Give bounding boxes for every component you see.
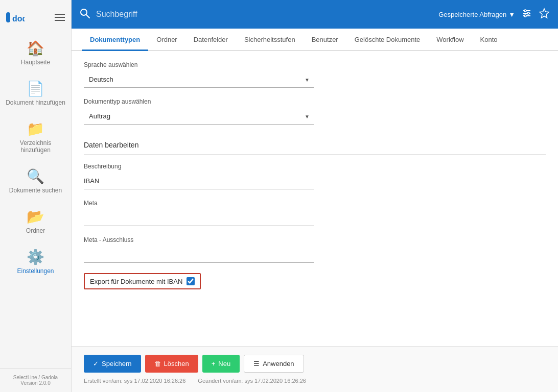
sprache-select[interactable]: Deutsch English Français [84,71,314,88]
star-icon[interactable] [539,8,550,21]
new-button[interactable]: + Neu [202,355,240,373]
svg-point-9 [524,15,526,17]
sidebar: doqio 🏠 Hauptseite 📄 Dokument hinzufügen… [0,0,72,392]
meta-row: Meta [84,200,546,226]
sidebar-item-dokument-hinzufuegen[interactable]: 📄 Dokument hinzufügen [0,73,71,113]
logo-area: doqio [0,5,71,33]
trash-icon: 🗑 [154,360,161,368]
sidebar-item-ordner[interactable]: 📂 Ordner [0,201,71,241]
section-header-daten-bearbeiten: Daten bearbeiten [84,135,546,155]
sidebar-item-label: Dokumente suchen [9,187,62,194]
tab-ordner[interactable]: Ordner [148,29,185,51]
delete-button[interactable]: 🗑 Löschen [145,355,198,373]
sidebar-item-einstellungen[interactable]: ⚙️ Einstellungen [0,241,71,282]
sidebar-item-dokumente-suchen[interactable]: 🔍 Dokumente suchen [0,161,71,201]
sidebar-nav: 🏠 Hauptseite 📄 Dokument hinzufügen 📁 Ver… [0,33,71,368]
meta-label: Meta [84,200,546,207]
sprache-section: Sprache auswählen Deutsch English França… [84,61,546,88]
action-bar: ✓ Speichern 🗑 Löschen + Neu ☰ Anwenden E… [72,346,558,392]
sidebar-item-verzeichnis-hinzufuegen[interactable]: 📁 Verzeichnis hinzufügen [0,113,71,161]
svg-line-3 [86,15,89,18]
plus-icon: + [212,360,216,368]
apply-icon: ☰ [253,360,260,368]
sprache-select-wrapper: Deutsch English Français [84,71,314,88]
apply-label: Anwenden [263,360,294,368]
sidebar-item-label: Einstellungen [17,267,54,275]
beschreibung-row: Beschreibung [84,163,546,189]
tabs-bar: Dokumenttypen Ordner Datenfelder Sicherh… [72,29,558,51]
meta-ausschluss-label: Meta - Ausschluss [84,236,546,243]
version-number: Version 2.0.0 [4,380,67,386]
meta-input[interactable] [84,210,314,226]
dokumenttyp-label: Dokumenttyp auswählen [84,98,546,105]
svg-rect-0 [6,12,10,22]
dokumenttyp-select[interactable]: Auftrag Rechnung Vertrag [84,108,314,125]
svg-text:doqio: doqio [12,14,25,23]
export-checkbox-container: Export für Dokumente mit IBAN [84,273,201,289]
meta-info: Erstellt von/am: sys 17.02.2020 16:26:26… [84,378,546,384]
search-input[interactable] [96,10,432,19]
doqio-logo: doqio [6,10,25,24]
sidebar-item-label: Hauptseite [21,59,50,66]
header-right: Gespeicherte Abfragen ▼ [438,8,550,21]
search-document-icon: 🔍 [27,168,44,185]
saved-queries-button[interactable]: Gespeicherte Abfragen ▼ [438,11,515,18]
tab-datenfelder[interactable]: Datenfelder [185,29,236,51]
tab-sicherheitsstufen[interactable]: Sicherheitsstufen [236,29,304,51]
sidebar-footer: SelectLine / Gadola Version 2.0.0 [0,368,71,392]
search-icon [80,8,90,21]
main-content: Gespeicherte Abfragen ▼ D [72,0,558,392]
meta-ausschluss-input[interactable] [84,247,314,263]
dropdown-arrow-icon: ▼ [508,11,515,18]
dokumenttyp-section: Dokumenttyp auswählen Auftrag Rechnung V… [84,98,546,125]
home-icon: 🏠 [27,40,44,57]
content-area: Sprache auswählen Deutsch English França… [72,51,558,346]
sidebar-item-label: Ordner [26,227,45,234]
svg-point-7 [524,10,526,12]
new-label: Neu [218,360,230,368]
sidebar-item-label: Verzeichnis hinzufügen [4,139,67,154]
beschreibung-input[interactable] [84,173,314,189]
changed-info: Geändert von/am: sys 17.02.2020 16:26:26 [198,378,306,384]
meta-ausschluss-row: Meta - Ausschluss [84,236,546,263]
filter-icon[interactable] [521,8,532,21]
export-checkbox[interactable] [187,277,195,285]
saved-queries-label: Gespeicherte Abfragen [438,11,506,18]
tab-geloeschte-dokumente[interactable]: Gelöschte Dokumente [346,29,429,51]
add-folder-icon: 📁 [27,120,44,137]
check-icon: ✓ [93,360,99,368]
sidebar-item-hauptseite[interactable]: 🏠 Hauptseite [0,33,71,73]
svg-point-2 [81,9,87,15]
created-info: Erstellt von/am: sys 17.02.2020 16:26:26 [84,378,185,384]
export-label: Export für Dokumente mit IBAN [90,278,182,285]
buttons-row: ✓ Speichern 🗑 Löschen + Neu ☰ Anwenden [84,355,546,373]
settings-icon: ⚙️ [27,249,44,265]
tab-dokumenttypen[interactable]: Dokumenttypen [82,29,148,51]
hamburger-button[interactable] [55,14,65,21]
tab-workflow[interactable]: Workflow [428,29,472,51]
sprache-label: Sprache auswählen [84,61,546,68]
folder-icon: 📂 [27,208,44,225]
dokumenttyp-select-wrapper: Auftrag Rechnung Vertrag [84,108,314,125]
tab-benutzer[interactable]: Benutzer [304,29,346,51]
header: Gespeicherte Abfragen ▼ [72,0,558,29]
beschreibung-label: Beschreibung [84,163,546,170]
delete-label: Löschen [164,360,189,368]
apply-button[interactable]: ☰ Anwenden [244,355,304,373]
tab-konto[interactable]: Konto [472,29,506,51]
svg-marker-10 [540,9,549,18]
svg-point-8 [527,12,529,14]
sidebar-item-label: Dokument hinzufügen [6,99,65,106]
save-button[interactable]: ✓ Speichern [84,355,141,373]
add-document-icon: 📄 [27,80,44,97]
save-label: Speichern [102,360,132,368]
version-label: SelectLine / Gadola [4,375,67,380]
